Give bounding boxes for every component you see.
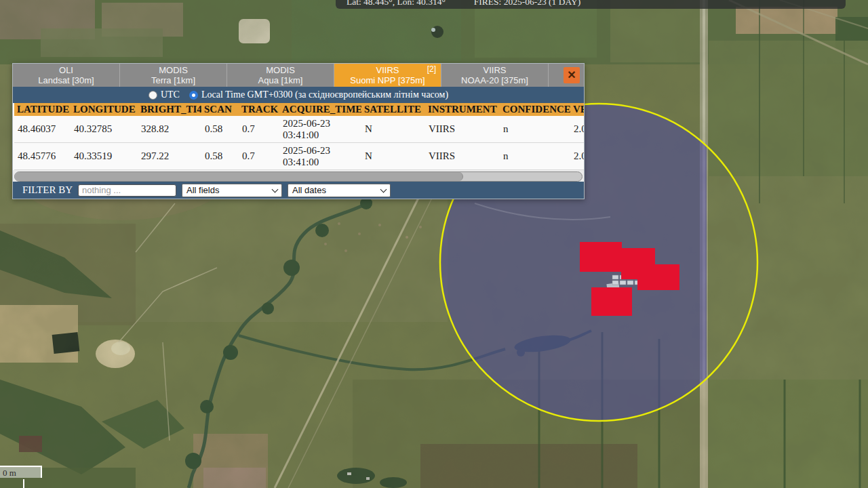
- table-row[interactable]: 48.45776 40.33519 297.22 0.58 0.7 2025-0…: [14, 143, 584, 170]
- col-confidence[interactable]: CONFIDENCE: [500, 103, 570, 116]
- sensor-tab-bar: OLI Landsat [30m] MODIS Terra [1km] MODI…: [13, 64, 584, 87]
- col-scan[interactable]: SCAN: [201, 103, 239, 116]
- time-toggle-bar: UTC Local Time GMT+0300 (за східноєвропе…: [13, 87, 584, 103]
- local-time-radio-icon[interactable]: [189, 91, 198, 100]
- fires-table: LATITUDE LONGITUDE BRIGHT_TI4 SCAN TRACK…: [14, 103, 584, 170]
- app-window: Lat: 48.445°, Lon: 40.314° FIRES: 2025-0…: [0, 0, 868, 488]
- horizontal-scrollbar[interactable]: [13, 170, 584, 182]
- map-scale-bar: 0 m: [0, 466, 42, 478]
- filter-bar: FILTER BY All fields All dates: [13, 182, 584, 199]
- scale-tick: [23, 479, 24, 488]
- col-version[interactable]: VERSION: [570, 103, 584, 116]
- detection-count-badge: [2]: [427, 64, 436, 75]
- cursor-coordinates: Lat: 48.445°, Lon: 40.314°: [347, 0, 446, 7]
- local-time-radio-option[interactable]: Local Time GMT+0300 (за східноєвропейськ…: [189, 89, 448, 100]
- filter-dates-select[interactable]: All dates: [288, 184, 391, 197]
- col-instrument[interactable]: INSTRUMENT: [425, 103, 500, 116]
- filter-text-input[interactable]: [78, 184, 176, 197]
- tab-modis-terra[interactable]: MODIS Terra [1km]: [120, 64, 227, 87]
- table-header-row: LATITUDE LONGITUDE BRIGHT_TI4 SCAN TRACK…: [14, 103, 584, 116]
- fire-data-panel: OLI Landsat [30m] MODIS Terra [1km] MODI…: [12, 63, 585, 199]
- close-panel-button[interactable]: ✕: [564, 67, 580, 83]
- tab-viirs-suomi-npp[interactable]: [2] VIIRS Suomi NPP [375m]: [334, 64, 441, 87]
- scale-label: 0 m: [3, 468, 16, 478]
- utc-radio-option[interactable]: UTC: [149, 89, 180, 100]
- fires-table-viewport: LATITUDE LONGITUDE BRIGHT_TI4 SCAN TRACK…: [14, 103, 584, 170]
- filter-by-label: FILTER BY: [22, 184, 73, 196]
- status-bar: Lat: 48.445°, Lon: 40.314° FIRES: 2025-0…: [336, 0, 846, 9]
- table-row[interactable]: 48.46037 40.32785 328.82 0.58 0.7 2025-0…: [14, 116, 584, 143]
- tab-viirs-noaa20[interactable]: VIIRS NOAA-20 [375m]: [441, 64, 549, 87]
- tab-oli-landsat[interactable]: OLI Landsat [30m]: [13, 64, 120, 87]
- col-acquire-time[interactable]: ACQUIRE_TIME: [279, 103, 361, 116]
- scrollbar-track[interactable]: [14, 171, 583, 182]
- col-track[interactable]: TRACK: [239, 103, 279, 116]
- utc-radio-icon[interactable]: [149, 91, 157, 100]
- filter-fields-select[interactable]: All fields: [182, 184, 282, 197]
- col-latitude[interactable]: LATITUDE: [14, 103, 71, 116]
- col-satellite[interactable]: SATELLITE: [361, 103, 425, 116]
- scrollbar-thumb[interactable]: [15, 172, 463, 181]
- col-bright-ti4[interactable]: BRIGHT_TI4: [138, 103, 201, 116]
- fires-date-label: FIRES: 2025-06-23 (1 DAY): [474, 0, 580, 7]
- tab-modis-aqua[interactable]: MODIS Aqua [1km]: [227, 64, 334, 87]
- col-longitude[interactable]: LONGITUDE: [71, 103, 138, 116]
